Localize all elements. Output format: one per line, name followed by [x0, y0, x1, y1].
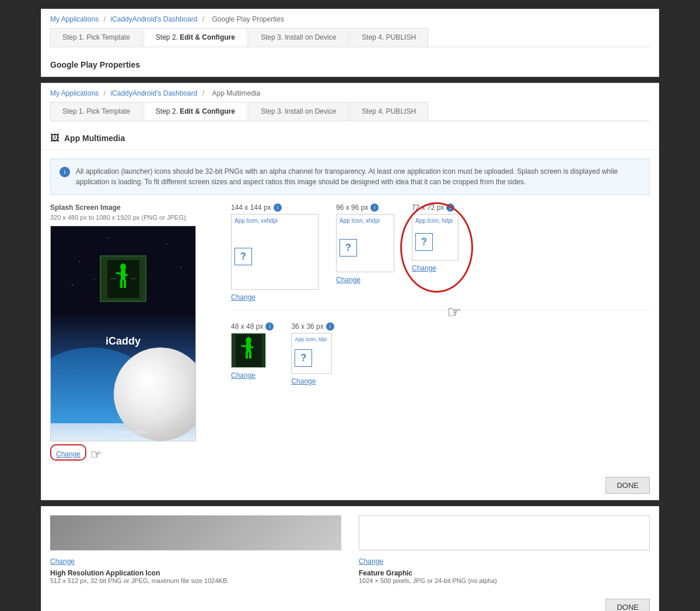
clearfix-1: DONE — [41, 471, 659, 500]
feature-change-link[interactable]: Change — [359, 557, 383, 566]
high-res-preview — [50, 515, 341, 550]
bottom-right-section: Change Feature Graphic 1024 × 500 pixels… — [359, 515, 650, 584]
clearfix-2: DONE — [41, 593, 659, 611]
icon-change-144[interactable]: Change — [231, 293, 318, 301]
icon-center-72: ? — [415, 227, 433, 257]
golfer-svg — [107, 260, 139, 298]
breadcrumb-section-top: Google Play Properties — [212, 15, 284, 23]
done-button-main[interactable]: DONE — [606, 477, 650, 494]
bottom-content: Change High Resolution Application Icon … — [41, 507, 659, 593]
icon-change-36[interactable]: Change — [291, 377, 334, 385]
feature-title: Feature Graphic — [359, 569, 650, 577]
icon-label-96: App Icon, xhdpi — [340, 217, 380, 224]
splash-change-highlight: Change — [50, 444, 86, 461]
icon-placeholder-72: App Icon, hdpi ? — [412, 214, 459, 261]
step-2-main[interactable]: Step 2. Edit & Configure — [144, 102, 247, 121]
info-btn-48[interactable]: i — [265, 322, 274, 331]
step-3-main[interactable]: Step 3. Install on Device — [249, 102, 348, 121]
golfer-circuit — [107, 260, 139, 298]
feature-desc: 1024 × 500 pixels, JPG or 24-bit PNG (no… — [359, 577, 650, 584]
icon-change-96[interactable]: Change — [336, 276, 394, 284]
main-section-header: 🖼 App Multimedia — [41, 127, 659, 150]
icon-72-wrapper: App Icon, hdpi ? Change — [412, 214, 459, 272]
feature-info: Feature Graphic 1024 × 500 pixels, JPG o… — [359, 569, 650, 584]
splash-change-container: Change ☞ — [50, 444, 214, 462]
icon-block-72: 72 x 72 px i App Icon, hdpi ? — [412, 203, 459, 301]
icon-block-144: 144 x 144 px i App Icon, xxhdpi ? Change — [231, 203, 318, 301]
icon-size-72: 72 x 72 px i — [412, 203, 459, 212]
svg-rect-14 — [249, 352, 251, 359]
icon-size-48: 48 x 48 px i — [231, 322, 274, 331]
top-steps-bar: Step 1. Pick Template Step 2. Edit & Con… — [50, 28, 650, 47]
svg-rect-13 — [246, 352, 248, 359]
icon-label-144: App Icon, xxhdpi — [235, 217, 278, 224]
icon-change-48[interactable]: Change — [231, 371, 274, 380]
multimedia-icon: 🖼 — [50, 133, 60, 143]
main-panel: My Applications / iCaddyAndroid's Dashbo… — [41, 83, 659, 500]
breadcrumb-sep-2: / — [202, 15, 204, 23]
high-res-info: High Resolution Application Icon 512 x 5… — [50, 569, 341, 584]
bottom-panel: Change High Resolution Application Icon … — [41, 506, 659, 611]
high-res-change-link[interactable]: Change — [50, 557, 75, 566]
high-res-title: High Resolution Application Icon — [50, 569, 341, 577]
splash-image: iCaddy © 2012 iSmart Apps — [50, 226, 196, 441]
icon-block-36: 36 x 36 px i App Icon, ldpi ? Change — [291, 322, 334, 385]
breadcrumb-my-apps-main[interactable]: My Applications — [50, 89, 99, 97]
splash-cursor: ☞ — [90, 447, 102, 462]
splash-change-link[interactable]: Change — [56, 450, 80, 458]
feature-graphic-preview — [359, 515, 650, 550]
step-1-top[interactable]: Step 1. Pick Template — [50, 28, 142, 47]
step-4-top[interactable]: Step 4. PUBLISH — [349, 28, 428, 47]
breadcrumb-dashboard-top[interactable]: iCaddyAndroid's Dashboard — [110, 15, 197, 23]
icon-label-72: App Icon, hdpi — [415, 217, 453, 224]
icon-block-96: 96 x 96 px i App Icon, xhdpi ? Change — [336, 203, 394, 301]
step-2-top[interactable]: Step 2. Edit & Configure — [144, 28, 247, 47]
bottom-left-section: Change High Resolution Application Icon … — [50, 515, 341, 584]
icon-size-36: 36 x 36 px i — [291, 322, 334, 331]
icon-size-96: 96 x 96 px i — [336, 203, 394, 212]
icon-size-144: 144 x 144 px i — [231, 203, 318, 212]
question-box-96: ? — [340, 239, 357, 257]
icon-placeholder-36: App Icon, ldpi ? — [291, 333, 332, 374]
done-button-bottom[interactable]: DONE — [606, 599, 650, 611]
icon-change-72[interactable]: Change — [412, 264, 436, 272]
icon-center-96: ? — [340, 227, 357, 269]
top-panel: My Applications / iCaddyAndroid's Dashbo… — [41, 9, 659, 77]
breadcrumb-dashboard-main[interactable]: iCaddyAndroid's Dashboard — [110, 89, 197, 97]
icon-placeholder-144: App Icon, xxhdpi ? — [231, 214, 318, 290]
info-text: All application (launcher) icons should … — [76, 166, 640, 187]
icon-72-cursor: ☞ — [447, 303, 461, 322]
svg-point-10 — [246, 337, 251, 344]
icon-center-144: ? — [235, 227, 252, 286]
step-1-main[interactable]: Step 1. Pick Template — [50, 102, 142, 121]
info-btn-72[interactable]: i — [446, 203, 454, 212]
step-3-top[interactable]: Step 3. Install on Device — [249, 28, 348, 47]
info-btn-144[interactable]: i — [274, 203, 282, 212]
content-area: Splash Screen Image 320 x 480 px to 1080… — [41, 203, 659, 471]
high-res-desc: 512 x 512 px, 32 bit PNG or JPEG, maximu… — [50, 577, 341, 584]
icon-image-48 — [231, 333, 266, 368]
icon-48-svg — [236, 335, 262, 367]
top-section-title: Google Play Properties — [50, 60, 650, 69]
info-icon: i — [60, 167, 70, 177]
icon-change-72-container: Change — [412, 261, 459, 272]
question-box-72: ? — [415, 233, 433, 251]
app-name-text: iCaddy — [51, 335, 195, 347]
info-btn-36[interactable]: i — [326, 322, 334, 331]
svg-rect-8 — [124, 280, 126, 288]
info-box: i All application (launcher) icons shoul… — [50, 159, 650, 195]
breadcrumb-section-main: App Multimedia — [212, 89, 260, 97]
info-btn-96[interactable]: i — [370, 203, 379, 212]
icon-center-36: ? — [295, 345, 312, 370]
splash-sublabel: 320 x 480 px to 1080 x 1920 px (PNG or J… — [50, 214, 214, 221]
icon-row-2: 48 x 48 px i — [231, 322, 650, 394]
step-4-main[interactable]: Step 4. PUBLISH — [349, 102, 428, 121]
icon-row-1: 144 x 144 px i App Icon, xxhdpi ? Change — [231, 203, 650, 311]
main-breadcrumb: My Applications / iCaddyAndroid's Dashbo… — [50, 89, 650, 97]
breadcrumb-my-apps-top[interactable]: My Applications — [50, 15, 99, 23]
breadcrumb-sep-1: / — [104, 15, 106, 23]
circuit-box — [100, 255, 146, 302]
top-breadcrumb: My Applications / iCaddyAndroid's Dashbo… — [50, 15, 650, 23]
splash-label: Splash Screen Image — [50, 203, 214, 212]
golf-ball — [114, 347, 196, 441]
